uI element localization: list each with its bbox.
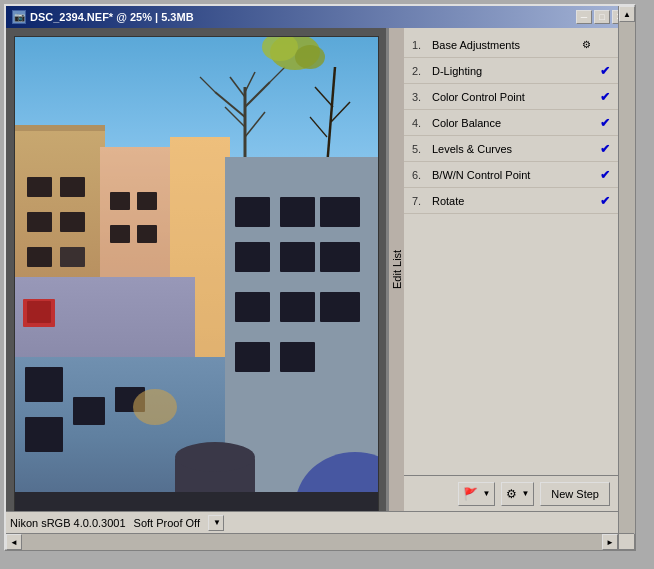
item-checkmark[interactable]: ✔: [600, 116, 610, 130]
edit-list-tab[interactable]: Edit List: [388, 28, 404, 511]
edit-item-icons: ✔: [583, 90, 610, 104]
svg-rect-27: [60, 177, 85, 197]
svg-rect-26: [27, 177, 52, 197]
main-window: 📷 DSC_2394.NEF* @ 25% | 5.3MB ─ □ ✕: [4, 4, 636, 551]
color-profile: Nikon sRGB 4.0.0.3001: [10, 517, 126, 529]
svg-rect-28: [27, 212, 52, 232]
edit-list-item[interactable]: 2.D-Lighting✔: [404, 58, 618, 84]
edit-item-icons: ✔: [583, 194, 610, 208]
title-bar-left: 📷 DSC_2394.NEF* @ 25% | 5.3MB: [12, 10, 194, 24]
soft-proof-dropdown[interactable]: ▼: [208, 515, 224, 531]
svg-rect-33: [27, 301, 51, 323]
edit-list-item[interactable]: 1.Base Adjustments⚙: [404, 32, 618, 58]
svg-rect-18: [15, 125, 105, 131]
edit-item-number: 1.: [412, 39, 432, 51]
edit-item-number: 5.: [412, 143, 432, 155]
horizontal-scrollbar[interactable]: ◄ ►: [6, 533, 618, 549]
svg-point-12: [295, 45, 325, 69]
edit-panel-inner: 1.Base Adjustments⚙2.D-Lighting✔3.Color …: [404, 28, 618, 511]
new-step-button[interactable]: New Step: [540, 482, 610, 506]
edit-list-tab-label: Edit List: [391, 250, 403, 289]
svg-rect-41: [235, 242, 270, 272]
edit-item-label: D-Lighting: [432, 65, 583, 77]
svg-rect-47: [235, 342, 270, 372]
svg-rect-57: [15, 492, 379, 511]
item-checkmark[interactable]: ✔: [600, 90, 610, 104]
edit-item-label: Levels & Curves: [432, 143, 583, 155]
status-bar: Nikon sRGB 4.0.0.3001 Soft Proof Off ▼: [6, 511, 618, 533]
edit-panel: Edit List 1.Base Adjustments⚙2.D-Lightin…: [386, 28, 618, 511]
edit-item-icons: ✔: [583, 64, 610, 78]
maximize-button[interactable]: □: [594, 10, 610, 24]
edit-item-icons: ✔: [583, 168, 610, 182]
item-checkmark[interactable]: ✔: [600, 142, 610, 156]
flag-icon: 🚩: [463, 487, 478, 501]
scroll-left-button[interactable]: ◄: [6, 534, 22, 550]
settings-button[interactable]: ⚙ ▼: [501, 482, 534, 506]
settings-icon: ⚙: [506, 487, 517, 501]
edit-item-icons: ⚙: [579, 38, 610, 52]
svg-rect-38: [235, 197, 270, 227]
svg-rect-51: [73, 397, 105, 425]
settings-dropdown-arrow: ▼: [521, 489, 529, 498]
svg-rect-29: [60, 212, 85, 232]
svg-rect-42: [280, 242, 315, 272]
minimize-button[interactable]: ─: [576, 10, 592, 24]
svg-rect-46: [320, 292, 360, 322]
window-title: DSC_2394.NEF* @ 25% | 5.3MB: [30, 11, 194, 23]
scroll-track-horizontal[interactable]: [22, 534, 602, 550]
svg-rect-48: [280, 342, 315, 372]
item-settings-icon[interactable]: ⚙: [579, 38, 593, 52]
flag-dropdown-arrow: ▼: [482, 489, 490, 498]
svg-rect-30: [27, 247, 52, 267]
scroll-track-vertical[interactable]: [619, 22, 635, 533]
item-checkmark[interactable]: ✔: [600, 194, 610, 208]
svg-rect-36: [110, 225, 130, 243]
edit-list-item[interactable]: 4.Color Balance✔: [404, 110, 618, 136]
main-area: Edit List 1.Base Adjustments⚙2.D-Lightin…: [6, 28, 618, 511]
svg-rect-31: [60, 247, 85, 267]
edit-item-label: B/W/N Control Point: [432, 169, 583, 181]
edit-item-label: Color Balance: [432, 117, 583, 129]
photo-svg: [15, 37, 379, 511]
edit-item-label: Color Control Point: [432, 91, 583, 103]
edit-item-number: 4.: [412, 117, 432, 129]
edit-item-number: 7.: [412, 195, 432, 207]
title-bar: 📷 DSC_2394.NEF* @ 25% | 5.3MB ─ □ ✕: [6, 6, 634, 28]
edit-list-item[interactable]: 7.Rotate✔: [404, 188, 618, 214]
svg-rect-39: [280, 197, 315, 227]
panel-with-tab: Edit List 1.Base Adjustments⚙2.D-Lightin…: [388, 28, 618, 511]
photo-canvas[interactable]: [6, 28, 386, 511]
soft-proof-label: Soft Proof Off: [134, 517, 200, 529]
scroll-right-button[interactable]: ►: [602, 534, 618, 550]
svg-rect-34: [110, 192, 130, 210]
edit-item-label: Base Adjustments: [432, 39, 579, 51]
svg-point-55: [175, 442, 255, 472]
scroll-up-button[interactable]: ▲: [619, 6, 635, 22]
panel-toolbar: 🚩 ▼ ⚙ ▼ New Step: [404, 475, 618, 511]
edit-item-label: Rotate: [432, 195, 583, 207]
edit-list-item[interactable]: 5.Levels & Curves✔: [404, 136, 618, 162]
item-checkmark[interactable]: ✔: [600, 64, 610, 78]
svg-point-53: [133, 389, 177, 425]
edit-list-item[interactable]: 6.B/W/N Control Point✔: [404, 162, 618, 188]
svg-rect-49: [25, 367, 63, 402]
svg-rect-35: [137, 192, 157, 210]
edit-item-number: 3.: [412, 91, 432, 103]
flag-button[interactable]: 🚩 ▼: [458, 482, 495, 506]
edit-item-icons: ✔: [583, 142, 610, 156]
svg-rect-43: [320, 242, 360, 272]
edit-item-number: 2.: [412, 65, 432, 77]
edit-list-item[interactable]: 3.Color Control Point✔: [404, 84, 618, 110]
item-checkmark[interactable]: ✔: [600, 168, 610, 182]
svg-rect-50: [25, 417, 63, 452]
vertical-scrollbar[interactable]: ▲ ▼: [618, 6, 634, 549]
edit-item-icons: ✔: [583, 116, 610, 130]
scrollbar-corner: [618, 533, 634, 549]
edit-item-number: 6.: [412, 169, 432, 181]
app-icon: 📷: [12, 10, 26, 24]
new-step-label: New Step: [551, 488, 599, 500]
edit-list: 1.Base Adjustments⚙2.D-Lighting✔3.Color …: [404, 28, 618, 475]
svg-rect-37: [137, 225, 157, 243]
soft-proof-arrow: ▼: [213, 518, 221, 527]
